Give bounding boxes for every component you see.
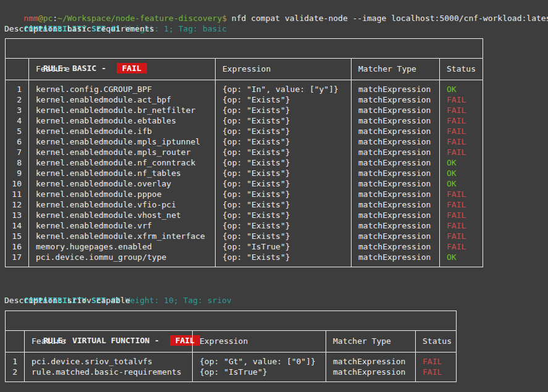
prompt-path: ~/Workspace/node-feature-discovery	[57, 14, 222, 23]
cell-expression: {op: "Exists"}	[216, 231, 351, 241]
cell-expression: {op: "IsTrue"}	[193, 367, 326, 377]
column-header-index	[6, 331, 24, 352]
cell-matcher: matchExpression	[352, 115, 439, 126]
cell-expression: {op: "Exists"}	[216, 199, 351, 210]
cell-status: FAIL	[440, 241, 483, 252]
cell-matcher: matchExpression	[352, 210, 439, 220]
cell-n: 14	[6, 220, 28, 231]
cell-status: FAIL	[440, 105, 483, 115]
column-header-expression: Expression	[192, 331, 326, 352]
cell-feature: kernel.enabledmodule.ifb	[29, 126, 215, 136]
cell-feature: kernel.enabledmodule.vrf	[29, 220, 215, 231]
cell-matcher: matchExpression	[352, 168, 439, 178]
command-text: nfd compat validate-node --image localho…	[227, 14, 548, 23]
cell-status: FAIL	[440, 231, 483, 241]
cell-n: 15	[6, 231, 28, 241]
cell-expression: {op: "Exists"}	[216, 126, 351, 136]
set2-description: Description: sriov capable	[4, 295, 548, 306]
cell-expression: {op: "Exists"}	[216, 157, 351, 168]
cell-matcher: matchExpression	[352, 231, 439, 241]
cell-n: 2	[6, 94, 28, 105]
cell-matcher: matchExpression	[352, 147, 439, 157]
cell-n: 1	[6, 84, 28, 94]
cell-expression: {op: "Exists"}	[216, 178, 351, 189]
cell-feature: kernel.enabledmodule.ebtables	[29, 115, 215, 126]
cell-status: OK	[440, 168, 483, 178]
cell-matcher: matchExpression	[352, 157, 439, 168]
cell-status: FAIL	[440, 136, 483, 147]
table-column-n: 1234567891011121314151617	[6, 80, 28, 267]
rule-title-basic: RULE: BASIC - FAIL	[6, 39, 483, 59]
table-column-feature: kernel.config.CGROUP_BPFkernel.enabledmo…	[28, 80, 215, 267]
terminal[interactable]: nmm@pc:~/Workspace/node-feature-discover…	[0, 0, 548, 382]
cell-matcher: matchExpression	[352, 178, 439, 189]
cell-feature: kernel.enabledmodule.pppoe	[29, 189, 215, 199]
table-header-row: Feature Expression Matcher Type Status	[6, 331, 456, 352]
table-column-matcher: matchExpressionmatchExpressionmatchExpre…	[351, 80, 439, 267]
cell-matcher: matchExpression	[352, 84, 439, 94]
cell-matcher: matchExpression	[326, 367, 415, 377]
cell-feature: kernel.enabledmodule.br_netfilter	[29, 105, 215, 115]
cell-status: FAIL	[440, 210, 483, 220]
cell-feature: kernel.enabledmodule.nf_tables	[29, 168, 215, 178]
cell-feature: memory.hugepages.enabled	[29, 241, 215, 252]
cell-status: FAIL	[440, 115, 483, 126]
column-header-status: Status	[439, 59, 483, 80]
cell-status: FAIL	[440, 220, 483, 231]
table-column-expression: {op: "In", value: ["y"]}{op: "Exists"}{o…	[215, 80, 351, 267]
prompt-colon: :	[53, 14, 57, 23]
cell-status: OK	[440, 84, 483, 94]
prompt-dollar: $	[222, 14, 227, 23]
cell-expression: {op: "Exists"}	[216, 94, 351, 105]
cell-feature: kernel.enabledmodule.vhost_net	[29, 210, 215, 220]
cell-expression: {op: "Exists"}	[216, 115, 351, 126]
table-column-matcher: matchExpressionmatchExpression	[326, 352, 415, 382]
prompt-line: nmm@pc:~/Workspace/node-feature-discover…	[4, 2, 548, 13]
prompt-host: pc	[43, 14, 53, 23]
prompt-user: nmm	[23, 14, 38, 23]
cell-matcher: matchExpression	[352, 252, 439, 262]
cell-status: OK	[440, 252, 483, 262]
column-header-index	[6, 59, 28, 80]
cell-n: 8	[6, 157, 28, 168]
cell-n: 3	[6, 105, 28, 115]
cell-n: 9	[6, 168, 28, 178]
cell-feature: kernel.enabledmodule.xfrm_interface	[29, 231, 215, 241]
cell-expression: {op: "Exists"}	[216, 189, 351, 199]
cell-status: FAIL	[416, 367, 456, 377]
cell-status: FAIL	[440, 189, 483, 199]
rule-table-basic: RULE: BASIC - FAIL Feature Expression Ma…	[5, 38, 483, 267]
set1-description: Description: basic requirements	[4, 23, 548, 34]
column-header-matcher: Matcher Type	[326, 331, 415, 352]
cell-feature: kernel.enabledmodule.vfio-pci	[29, 199, 215, 210]
cell-matcher: matchExpression	[352, 220, 439, 231]
cell-feature: kernel.enabledmodule.mpls_iptunnel	[29, 136, 215, 147]
column-header-status: Status	[415, 331, 456, 352]
cell-expression: {op: "Exists"}	[216, 105, 351, 115]
cell-expression: {op: "Exists"}	[216, 220, 351, 231]
cell-n: 11	[6, 189, 28, 199]
cell-matcher: matchExpression	[352, 136, 439, 147]
cell-feature: pci.device.sriov_totalvfs	[25, 356, 192, 367]
cell-expression: {op: "Exists"}	[216, 168, 351, 178]
cell-expression: {op: "In", value: ["y"]}	[216, 84, 351, 94]
cell-matcher: matchExpression	[352, 94, 439, 105]
cell-n: 6	[6, 136, 28, 147]
set2-header-line: COMPATIBILITY SET #2 Weight: 10; Tag: sr…	[4, 285, 548, 295]
cell-feature: kernel.enabledmodule.mpls_router	[29, 147, 215, 157]
cell-expression: {op: "IsTrue"}	[216, 241, 351, 252]
column-header-matcher: Matcher Type	[351, 59, 439, 80]
cell-expression: {op: "Exists"}	[216, 147, 351, 157]
cell-feature: rule.matched.basic-requirements	[25, 367, 192, 377]
cell-status: FAIL	[440, 126, 483, 136]
cell-n: 16	[6, 241, 28, 252]
cell-feature: kernel.config.CGROUP_BPF	[29, 84, 215, 94]
cell-status: FAIL	[440, 147, 483, 157]
table-body: 12pci.device.sriov_totalvfsrule.matched.…	[6, 352, 456, 382]
set2-meta: Weight: 10; Tag: sriov	[120, 296, 232, 305]
cell-feature: kernel.enabledmodule.overlay	[29, 178, 215, 189]
table-header-row: Feature Expression Matcher Type Status	[6, 59, 483, 80]
cell-status: FAIL	[440, 199, 483, 210]
cell-n: 17	[6, 252, 28, 262]
cell-n: 10	[6, 178, 28, 189]
